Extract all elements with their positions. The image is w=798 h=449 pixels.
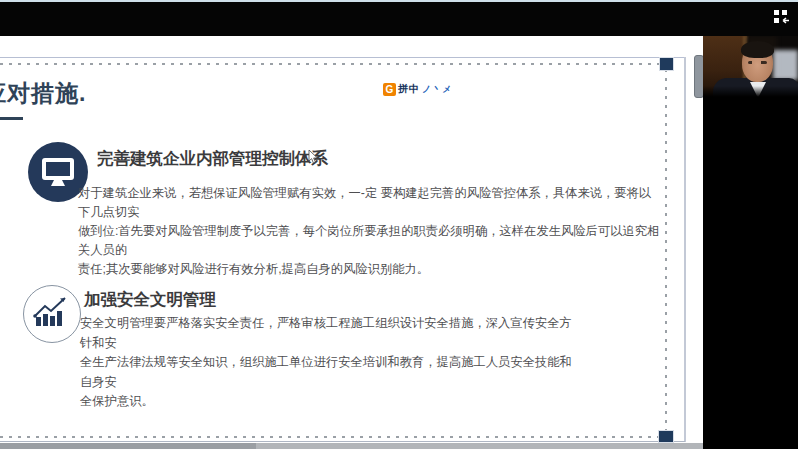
screen: 应对措施. G 拼中 ノ丶メ 完善建筑企业内部管理控制体系 对于建筑企业来说，若… (0, 0, 798, 449)
section-2-body: 安全文明管理要严格落实安全责任，严格审核工程施工组织设计安全措施，深入宣传安全方… (80, 314, 580, 412)
bar-chart-trend-icon (23, 285, 81, 343)
section-1-heading: 完善建筑企业内部管理控制体系 (97, 148, 328, 170)
selection-handle-top-right[interactable] (659, 57, 674, 71)
slide-page-top-edge (0, 57, 685, 58)
slide-page-right-edge (684, 57, 686, 442)
webcam-video-tile[interactable] (703, 36, 798, 98)
watermark-marks: ノ丶メ (422, 83, 452, 96)
selection-handle-bottom-right[interactable] (658, 430, 674, 443)
selection-border-top (0, 63, 661, 65)
bottom-chrome-strip (0, 443, 703, 449)
exit-grid-view-icon[interactable] (771, 7, 791, 27)
participant-hair (741, 41, 774, 58)
slide-title: 应对措施. (0, 78, 86, 109)
selection-border-bottom (0, 436, 659, 438)
mouse-cursor (308, 150, 319, 165)
watermark-text: 拼中 (398, 82, 420, 96)
horizontal-scrollbar[interactable] (0, 443, 256, 449)
video-bottom-fade (703, 86, 798, 98)
slide-editor-workspace: 应对措施. G 拼中 ノ丶メ 完善建筑企业内部管理控制体系 对于建筑企业来说，若… (0, 36, 703, 449)
slide-page-bottom-edge (0, 441, 685, 442)
video-background-wall (773, 50, 798, 80)
watermark-logo: G 拼中 ノ丶メ (383, 82, 452, 96)
title-underline (0, 117, 23, 120)
conference-top-bar (0, 2, 798, 36)
section-1-body: 对于建筑企业来说，若想保证风险管理赋有实效，一-定 要构建起完善的风险管控体系，… (78, 184, 663, 279)
section-2-heading: 加强安全文明管理 (84, 289, 216, 311)
participant-eyes (748, 61, 767, 64)
watermark-badge-icon: G (383, 83, 396, 96)
video-panel (703, 36, 798, 449)
selection-border-right (665, 69, 667, 433)
